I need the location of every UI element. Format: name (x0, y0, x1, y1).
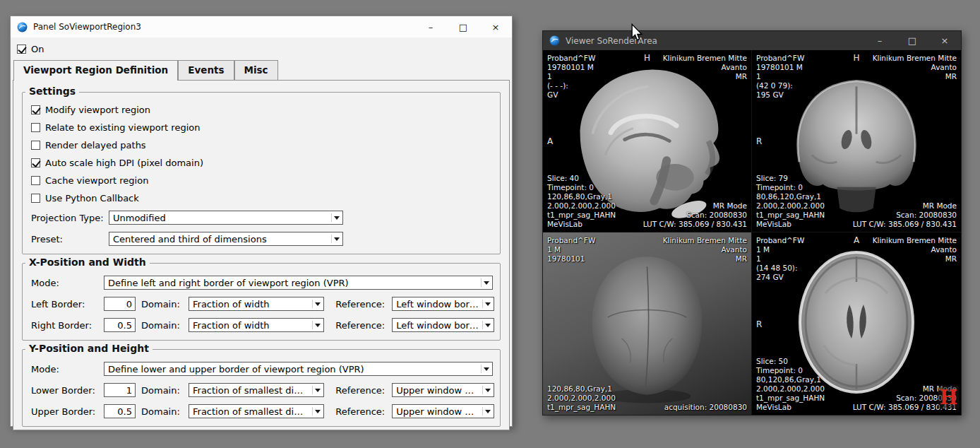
combo-value: Define left and right border of viewport… (108, 278, 349, 288)
overlay-institution-info: Klinikum Bremen Mitte Avanto MR (873, 54, 957, 81)
overlay-patient-info: Proband^FW 1 M 1 (14 48 50): 274 GV (756, 236, 804, 282)
cache-viewport-region-checkbox[interactable] (31, 176, 40, 185)
lower-border-domain-combobox[interactable]: Fraction of smallest dimension (189, 383, 324, 397)
checkbox-row: Render delayed paths (28, 136, 494, 154)
viewer-window: Viewer SoRenderArea – □ × (542, 30, 962, 415)
y-mode-label: Mode: (31, 364, 104, 375)
panel-titlebar[interactable]: Panel SoViewportRegion3 – □ × (11, 16, 512, 37)
chevron-down-icon (484, 281, 489, 288)
close-button[interactable]: × (479, 16, 512, 37)
combo-value: Left window border (396, 299, 479, 310)
on-checkbox[interactable] (17, 45, 26, 54)
upper-border-reference-combobox[interactable]: Upper window border (392, 404, 494, 418)
combo-value: Unmodified (113, 213, 166, 223)
viewer-titlebar[interactable]: Viewer SoRenderArea – □ × (543, 31, 961, 50)
overlay-patient-info: Proband^FW 1 M 19780101 (547, 236, 595, 264)
combo-separator (482, 300, 483, 308)
quadrant-volume-3d[interactable]: Proband^FW 1 M 19780101 Klinikum Bremen … (543, 232, 752, 415)
checkbox-label: Modify viewport region (45, 105, 150, 115)
close-button[interactable]: × (928, 31, 961, 50)
left-border-label: Left Border: (31, 299, 104, 310)
left-border-row: Left Border: Domain: Fraction of width R… (28, 293, 494, 314)
checkbox-label: Use Python Callback (45, 193, 139, 204)
overlay-institution-info: Klinikum Bremen Mitte Avanto MR (663, 54, 747, 81)
mouse-cursor (631, 23, 643, 42)
settings-group: Settings Modify viewport region Relate t… (22, 92, 501, 254)
combo-separator (482, 407, 483, 415)
tab-viewport-region-definition[interactable]: Viewport Region Definition (13, 60, 178, 81)
x-mode-row: Mode: Define left and right border of vi… (28, 272, 494, 293)
quadrant-sagittal[interactable]: Proband^FW 19780101 M 1 (- - -): GV H Kl… (543, 50, 752, 232)
checkbox-row: Relate to existing viewport region (28, 119, 494, 136)
chevron-down-icon (485, 410, 491, 416)
combo-value: Centered and third of dimensions (113, 234, 267, 244)
lower-border-label: Lower Border: (31, 385, 104, 396)
combo-value: Upper window border (396, 406, 479, 417)
checkbox-label: Auto scale high DPI (pixel domain) (45, 158, 203, 168)
left-border-domain-combobox[interactable]: Fraction of width (189, 297, 324, 311)
chevron-down-icon (315, 410, 321, 416)
preset-combobox[interactable]: Centered and third of dimensions (109, 232, 343, 246)
window-title: Viewer SoRenderArea (566, 36, 657, 46)
y-position-group: Y-Position and Height Mode: Define lower… (22, 349, 501, 427)
lower-border-input[interactable] (104, 383, 136, 397)
maximize-button[interactable]: □ (447, 16, 479, 37)
checkbox-row: Cache viewport region (28, 172, 494, 189)
panel-window: Panel SoViewportRegion3 – □ × On Viewpor… (10, 16, 513, 427)
right-border-input[interactable] (104, 318, 136, 332)
reference-label: Reference: (335, 385, 392, 396)
domain-label: Domain: (141, 406, 189, 417)
right-border-reference-combobox[interactable]: Left window border (392, 318, 494, 332)
lower-border-reference-combobox[interactable]: Upper window border (392, 383, 494, 397)
combo-separator (481, 278, 482, 287)
quadrant-coronal[interactable]: Proband^FW 19780101 M 1 (42 0 79): 195 G… (752, 50, 961, 232)
combo-value: Fraction of smallest dimension (193, 406, 309, 417)
use-python-callback-checkbox[interactable] (31, 194, 40, 203)
overlay-scan-info: MR Mode Scan: 20080830 LUT C/W: 385.069 … (643, 201, 747, 229)
auto-scale-high-dpi-checkbox[interactable] (31, 158, 40, 167)
modify-viewport-region-checkbox[interactable] (31, 105, 40, 114)
upper-border-domain-combobox[interactable]: Fraction of smallest dimension (189, 404, 324, 418)
left-border-input[interactable] (104, 297, 136, 311)
overlay-patient-info: Proband^FW 19780101 M 1 (- - -): GV (547, 54, 595, 100)
orientation-marker-top: H (853, 54, 859, 63)
combo-value: Define lower and upper border of viewpor… (108, 364, 364, 375)
minimize-button[interactable]: – (864, 31, 896, 50)
overlay-acquisition-info: acquisition: 20080830 (664, 403, 747, 412)
upper-border-label: Upper Border: (31, 406, 104, 417)
upper-border-input[interactable] (104, 404, 136, 418)
on-checkbox-label: On (31, 44, 44, 54)
combo-value: Fraction of width (193, 299, 270, 310)
combo-separator (312, 300, 313, 308)
checkbox-label: Render delayed paths (45, 140, 146, 151)
combo-value: Fraction of smallest dimension (193, 385, 309, 396)
relate-to-existing-viewport-region-checkbox[interactable] (31, 123, 40, 132)
y-mode-combobox[interactable]: Define lower and upper border of viewpor… (104, 362, 493, 376)
overlay-institution-info: Klinikum Bremen Mitte Avanto MR (873, 236, 957, 264)
preset-row: Preset: Centered and third of dimensions (28, 228, 494, 249)
preset-label: Preset: (31, 234, 109, 244)
render-delayed-paths-checkbox[interactable] (31, 141, 40, 150)
chevron-down-icon (484, 367, 489, 374)
tab-pane: Settings Modify viewport region Relate t… (13, 80, 510, 430)
reference-label: Reference: (335, 299, 392, 310)
projection-type-combobox[interactable]: Unmodified (109, 211, 343, 225)
x-mode-combobox[interactable]: Define left and right border of viewport… (104, 276, 493, 290)
projection-type-row: Projection Type: Unmodified (28, 207, 494, 228)
chevron-down-icon (485, 389, 491, 395)
orientation-marker-left: R (756, 320, 762, 329)
combo-separator (312, 321, 313, 329)
tab-events[interactable]: Events (178, 60, 234, 80)
minimize-button[interactable]: – (414, 16, 447, 37)
tab-misc[interactable]: Misc (234, 60, 278, 80)
maximize-button[interactable]: □ (896, 31, 928, 50)
overlay-slice-info: Slice: 40 Timepoint: 0 120,86,80,Gray,1 … (547, 174, 616, 229)
orientation-marker-top: A (854, 236, 859, 245)
window-title: Panel SoViewportRegion3 (33, 22, 141, 32)
overlay-institution-info: Klinikum Bremen Mitte Avanto MR (663, 236, 747, 264)
right-border-domain-combobox[interactable]: Fraction of width (189, 318, 324, 332)
checkbox-row: Auto scale high DPI (pixel domain) (28, 154, 494, 172)
left-border-reference-combobox[interactable]: Left window border (392, 297, 494, 311)
quadrant-axial[interactable]: Proband^FW 1 M 1 (14 48 50): 274 GV A Kl… (752, 232, 961, 415)
combo-value: Fraction of width (193, 320, 270, 331)
